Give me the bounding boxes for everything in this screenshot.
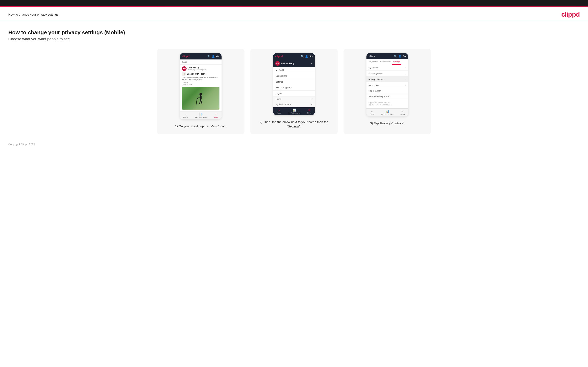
post-location: Yesterday · Sunningdale: [188, 69, 206, 71]
chevron-right-1: ›: [405, 67, 406, 69]
phone-nav-2: clippd 🔍 👤 ⊕▾: [273, 53, 315, 59]
post-username: Blair McHarg: [188, 67, 206, 69]
menu-icon-1: ≡: [215, 113, 217, 116]
menu-item-help[interactable]: Help & Support: [273, 85, 315, 91]
menu-username: Blair McHarg: [281, 62, 294, 65]
version-info: Clippd Client Version: 2022.8.3-3 GQL Se…: [366, 99, 408, 108]
menu-item-logout[interactable]: Logout: [273, 91, 315, 96]
home-icon-1: ⌂: [185, 113, 186, 116]
steps-row: clippd 🔍 👤 ⊕▾ Feed BM Blair McHarg: [8, 49, 580, 134]
chart-icon-1: 📊: [199, 113, 203, 116]
header-title: How to change your privacy settings: [8, 13, 59, 16]
search-icon-1: 🔍: [208, 55, 210, 58]
footer: Copyright Clippd 2022: [0, 139, 588, 150]
lesson-title: Lesson with Fordy: [187, 73, 205, 75]
tab-performance-3[interactable]: 📊 My Performance: [381, 110, 394, 115]
step-3-card: < Back 🔍 👤 ⊕▾ My Profile Connections Set…: [344, 49, 431, 134]
post-desc: Looking to feel like my hands are exitin…: [182, 76, 219, 81]
tab-home-1[interactable]: ⌂ Home: [183, 113, 188, 118]
home-icon-3: ⌂: [371, 110, 373, 113]
page-subtitle: Choose what you want people to see: [8, 37, 580, 41]
tab-performance-1[interactable]: 📊 My Performance: [195, 113, 207, 118]
step-3-label: 3) Tap 'Privacy Controls'.: [370, 121, 405, 125]
home-icon-2: ⌂: [278, 108, 280, 112]
settings-icon-1: ⊕▾: [216, 55, 219, 58]
tab-menu-2[interactable]: ✕ Menu: [307, 108, 311, 114]
header: How to change your privacy settings clip…: [0, 7, 588, 21]
menu-items: My Profile Connections Settings Help & S…: [273, 67, 315, 96]
post-lesson-row: 📋 Lesson with Fordy: [182, 72, 219, 76]
settings-item-account[interactable]: My Account ›: [366, 65, 408, 71]
tab-connections[interactable]: Connections: [379, 59, 392, 65]
page-title: How to change your privacy settings (Mob…: [8, 29, 580, 36]
settings-item-privacy-policy[interactable]: Service & Privacy Policy: [366, 94, 408, 99]
tab-performance-2[interactable]: 📊 My Performance: [288, 108, 300, 114]
svg-line-5: [196, 99, 197, 105]
step-1-card: clippd 🔍 👤 ⊕▾ Feed BM Blair McHarg: [157, 49, 244, 134]
phone-icons-1: 🔍 👤 ⊕▾: [208, 55, 219, 58]
search-icon-2: 🔍: [301, 55, 304, 58]
phone-icons-3: 🔍 👤 ⊕▾: [394, 55, 406, 58]
svg-line-4: [197, 97, 200, 99]
menu-user-row: BM Blair McHarg ▲: [273, 59, 315, 67]
golfer-svg: [196, 92, 206, 108]
chart-icon-3: 📊: [386, 110, 389, 113]
menu-item-settings[interactable]: Settings: [273, 79, 315, 85]
menu-section-home[interactable]: Home ▾: [273, 96, 315, 102]
post-duration: Duration01 hr : 30 min: [182, 82, 219, 85]
tab-menu-1[interactable]: ≡ Menu: [214, 113, 218, 118]
copyright-text: Copyright Clippd 2022: [8, 143, 35, 146]
phone-logo-1: clippd: [182, 55, 189, 58]
step-2-card: clippd 🔍 👤 ⊕▾ BM Blair McHarg ▲: [250, 49, 338, 134]
settings-item-integrations[interactable]: Data Integrations ›: [366, 71, 408, 76]
svg-rect-1: [200, 95, 202, 100]
profile-icon-3: 👤: [398, 55, 401, 58]
settings-item-golfbag[interactable]: My Golf Bag ›: [366, 82, 408, 88]
chevron-up-icon[interactable]: ▲: [311, 62, 313, 65]
step-2-phone: clippd 🔍 👤 ⊕▾ BM Blair McHarg ▲: [273, 53, 315, 115]
chart-icon-2: 📊: [293, 108, 296, 112]
search-icon-3: 🔍: [394, 55, 397, 58]
tab-settings[interactable]: Settings: [392, 59, 401, 65]
menu-item-connections[interactable]: Connections: [273, 73, 315, 79]
tab-home-2[interactable]: ⌂ Home: [277, 108, 281, 114]
menu-section-performance[interactable]: My Performance ▾: [273, 102, 315, 107]
profile-icon-1: 👤: [212, 55, 215, 58]
phone-nav-1: clippd 🔍 👤 ⊕▾: [180, 53, 222, 59]
settings-icon-2: ⊕▾: [309, 55, 313, 58]
svg-line-3: [201, 100, 202, 104]
settings-item-help[interactable]: Help & Support: [366, 88, 408, 94]
post-user-row: BM Blair McHarg Yesterday · Sunningdale: [182, 66, 219, 71]
menu-sections: Home ▾ My Performance ▾: [273, 96, 315, 107]
step-3-phone: < Back 🔍 👤 ⊕▾ My Profile Connections Set…: [366, 53, 408, 117]
chevron-right-4: ›: [405, 84, 406, 86]
avatar-1: BM: [182, 66, 187, 71]
top-bar: [0, 0, 588, 6]
tab-my-profile[interactable]: My Profile: [368, 59, 379, 65]
back-button[interactable]: < Back: [369, 55, 375, 57]
settings-icon-3: ⊕▾: [403, 55, 406, 58]
avatar-2: BM: [275, 61, 280, 66]
svg-line-2: [199, 100, 201, 104]
settings-back: < Back 🔍 👤 ⊕▾: [366, 53, 408, 59]
phone-icons-2: 🔍 👤 ⊕▾: [301, 55, 313, 58]
phone-tab-bar-3: ⌂ Home 📊 My Performance ≡ Menu: [366, 108, 408, 117]
content: How to change your privacy settings (Mob…: [0, 21, 588, 139]
menu-item-profile[interactable]: My Profile: [273, 67, 315, 73]
chevron-right-2: ›: [405, 72, 406, 75]
menu-icon-2: ✕: [308, 108, 311, 112]
phone-logo-2: clippd: [275, 55, 283, 58]
svg-point-0: [199, 93, 202, 96]
menu-user-info: BM Blair McHarg: [275, 61, 294, 66]
feed-post: BM Blair McHarg Yesterday · Sunningdale …: [180, 65, 222, 111]
menu-icon-3: ≡: [402, 110, 404, 113]
chevron-down-icon-2: ▾: [311, 103, 312, 106]
step-2-label: 2) Then, tap the arrow next to your name…: [254, 120, 334, 128]
tab-menu-3[interactable]: ≡ Menu: [400, 110, 405, 115]
settings-item-privacy[interactable]: Privacy Controls ›: [366, 76, 408, 82]
step-1-label: 1) On your Feed, tap the 'Menu' icon.: [175, 124, 226, 128]
logo: clippd: [561, 11, 580, 18]
chevron-down-icon: ▾: [311, 98, 312, 100]
phone-tab-bar-2: ⌂ Home 📊 My Performance ✕ Menu: [273, 107, 315, 115]
tab-home-3[interactable]: ⌂ Home: [370, 110, 374, 115]
